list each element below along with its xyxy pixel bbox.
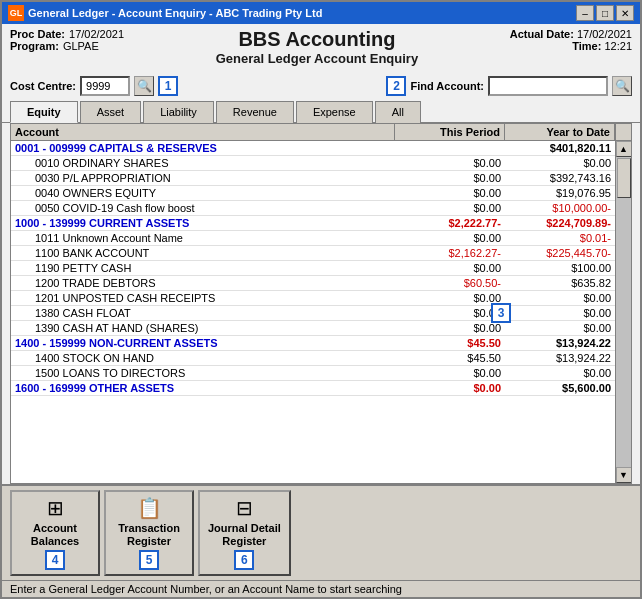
- table-row[interactable]: 1190 PETTY CASH$0.00$100.00: [11, 261, 615, 276]
- cell-year-to-date: $13,924.22: [505, 336, 615, 350]
- badge-6: 6: [234, 550, 254, 570]
- badge-3: 3: [491, 303, 511, 323]
- cell-year-to-date: $0.00: [505, 366, 615, 380]
- cell-account: 0030 P/L APPROPRIATION: [11, 171, 395, 185]
- cell-account: 1400 STOCK ON HAND: [11, 351, 395, 365]
- tab-revenue[interactable]: Revenue: [216, 101, 294, 123]
- cell-this-period: $0.00: [395, 291, 505, 305]
- cell-year-to-date: $19,076.95: [505, 186, 615, 200]
- tab-all[interactable]: All: [375, 101, 421, 123]
- table-row[interactable]: 1380 CASH FLOAT$0.00$0.00: [11, 306, 615, 321]
- account-balances-label: AccountBalances: [31, 522, 79, 548]
- cell-year-to-date: $224,709.89-: [505, 216, 615, 230]
- scroll-thumb[interactable]: [617, 158, 631, 198]
- cost-centre-search-button[interactable]: 🔍: [134, 76, 154, 96]
- scroll-down-button[interactable]: ▼: [616, 467, 632, 483]
- proc-date-label: Proc Date:: [10, 28, 65, 40]
- cell-account: 1400 - 159999 NON-CURRENT ASSETS: [11, 336, 395, 350]
- actual-date-label: Actual Date:: [510, 28, 574, 40]
- window-title: General Ledger - Account Enquiry - ABC T…: [28, 7, 322, 19]
- cell-this-period: $2,222.77-: [395, 216, 505, 230]
- maximize-button[interactable]: □: [596, 5, 614, 21]
- scroll-up-button[interactable]: ▲: [616, 141, 632, 157]
- cell-year-to-date: $0.00: [505, 306, 615, 320]
- cell-account: 1380 CASH FLOAT: [11, 306, 395, 320]
- table-row[interactable]: 0050 COVID-19 Cash flow boost$0.00$10,00…: [11, 201, 615, 216]
- cell-this-period: $60.50-: [395, 276, 505, 290]
- cell-account: 1200 TRADE DEBTORS: [11, 276, 395, 290]
- badge-2: 2: [386, 76, 406, 96]
- cell-year-to-date: $0.00: [505, 321, 615, 335]
- tabs-row: Equity Asset Liability Revenue Expense A…: [2, 100, 640, 123]
- table-row[interactable]: 0030 P/L APPROPRIATION$0.00$392,743.16: [11, 171, 615, 186]
- cell-this-period: $0.00: [395, 306, 505, 320]
- app-icon: GL: [8, 5, 24, 21]
- cell-account: 1190 PETTY CASH: [11, 261, 395, 275]
- app-subtitle: General Ledger Account Enquiry: [124, 51, 510, 66]
- header-center: BBS Accounting General Ledger Account En…: [124, 28, 510, 66]
- table-row[interactable]: 1200 TRADE DEBTORS$60.50-$635.82: [11, 276, 615, 291]
- table-row[interactable]: 1000 - 139999 CURRENT ASSETS$2,222.77-$2…: [11, 216, 615, 231]
- table-row[interactable]: 1201 UNPOSTED CASH RECEIPTS$0.00$0.00: [11, 291, 615, 306]
- scroll-track[interactable]: [616, 157, 631, 467]
- cell-this-period: $0.00: [395, 201, 505, 215]
- table-row[interactable]: 0040 OWNERS EQUITY$0.00$19,076.95: [11, 186, 615, 201]
- bottom-tab-account-balances[interactable]: ⊞ AccountBalances 4: [10, 490, 100, 576]
- table-row[interactable]: 1400 STOCK ON HAND$45.50$13,924.22: [11, 351, 615, 366]
- scrollbar[interactable]: ▲ ▼: [615, 141, 631, 483]
- tab-asset[interactable]: Asset: [80, 101, 142, 123]
- cell-account: 1000 - 139999 CURRENT ASSETS: [11, 216, 395, 230]
- proc-date-value: 17/02/2021: [69, 28, 124, 40]
- app-title: BBS Accounting: [124, 28, 510, 51]
- transaction-register-icon: 📋: [137, 496, 162, 520]
- find-account-group: 2 Find Account: 🔍: [386, 76, 632, 96]
- cell-this-period: [395, 141, 505, 155]
- controls-row: Cost Centre: 🔍 1 2 Find Account: 🔍: [2, 72, 640, 100]
- minimize-button[interactable]: –: [576, 5, 594, 21]
- status-bar: Enter a General Ledger Account Number, o…: [2, 580, 640, 597]
- cell-year-to-date: $13,924.22: [505, 351, 615, 365]
- tab-liability[interactable]: Liability: [143, 101, 214, 123]
- cell-account: 1011 Unknown Account Name: [11, 231, 395, 245]
- bottom-tab-journal-register[interactable]: ⊟ Journal DetailRegister 6: [198, 490, 291, 576]
- table-row[interactable]: 1390 CASH AT HAND (SHARES)$0.00$0.00: [11, 321, 615, 336]
- title-bar: GL General Ledger - Account Enquiry - AB…: [2, 2, 640, 24]
- cell-account: 1600 - 169999 OTHER ASSETS: [11, 381, 395, 395]
- cell-this-period: $0.00: [395, 171, 505, 185]
- tab-equity[interactable]: Equity: [10, 101, 78, 123]
- cost-centre-group: Cost Centre: 🔍 1: [10, 76, 178, 96]
- transaction-register-label: TransactionRegister: [118, 522, 180, 548]
- col-year-to-date: Year to Date: [505, 124, 615, 140]
- table-row[interactable]: 1500 LOANS TO DIRECTORS$0.00$0.00: [11, 366, 615, 381]
- find-account-search-button[interactable]: 🔍: [612, 76, 632, 96]
- table-row[interactable]: 1600 - 169999 OTHER ASSETS$0.00$5,600.00: [11, 381, 615, 396]
- table-row[interactable]: 1400 - 159999 NON-CURRENT ASSETS$45.50$1…: [11, 336, 615, 351]
- col-account: Account: [11, 124, 395, 140]
- badge-1: 1: [158, 76, 178, 96]
- program-value: GLPAE: [63, 40, 99, 52]
- journal-register-label: Journal DetailRegister: [208, 522, 281, 548]
- main-window: GL General Ledger - Account Enquiry - AB…: [0, 0, 642, 599]
- header-left: Proc Date: 17/02/2021 Program: GLPAE: [10, 28, 124, 52]
- cell-this-period: $0.00: [395, 186, 505, 200]
- cost-centre-input[interactable]: [80, 76, 130, 96]
- cell-account: 0001 - 009999 CAPITALS & RESERVES: [11, 141, 395, 155]
- table-row[interactable]: 0001 - 009999 CAPITALS & RESERVES$401,82…: [11, 141, 615, 156]
- cell-year-to-date: $0.00: [505, 291, 615, 305]
- cell-this-period: $0.00: [395, 321, 505, 335]
- cell-this-period: $2,162.27-: [395, 246, 505, 260]
- table-row[interactable]: 1100 BANK ACCOUNT$2,162.27-$225,445.70-: [11, 246, 615, 261]
- cell-account: 0050 COVID-19 Cash flow boost: [11, 201, 395, 215]
- cell-this-period: $45.50: [395, 351, 505, 365]
- header-right: Actual Date: 17/02/2021 Time: 12:21: [510, 28, 632, 52]
- find-account-input[interactable]: [488, 76, 608, 96]
- journal-register-icon: ⊟: [236, 496, 253, 520]
- table-body[interactable]: 0001 - 009999 CAPITALS & RESERVES$401,82…: [11, 141, 615, 483]
- tab-expense[interactable]: Expense: [296, 101, 373, 123]
- bottom-tab-transaction-register[interactable]: 📋 TransactionRegister 5: [104, 490, 194, 576]
- close-button[interactable]: ✕: [616, 5, 634, 21]
- table-row[interactable]: 1011 Unknown Account Name$0.00$0.01-: [11, 231, 615, 246]
- cell-this-period: $45.50: [395, 336, 505, 350]
- cell-year-to-date: $10,000.00-: [505, 201, 615, 215]
- table-row[interactable]: 0010 ORDINARY SHARES$0.00$0.00: [11, 156, 615, 171]
